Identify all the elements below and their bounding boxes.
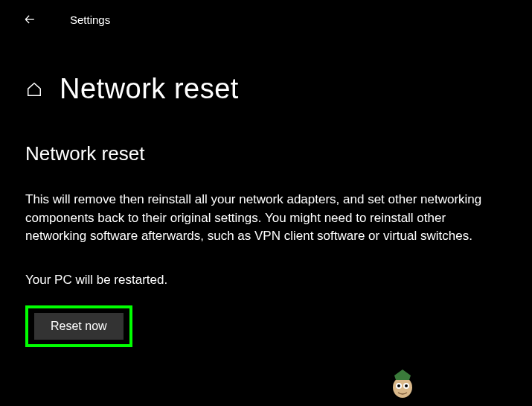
reset-now-button[interactable]: Reset now [34, 313, 124, 340]
section-heading: Network reset [25, 142, 502, 165]
restart-note: Your PC will be restarted. [25, 273, 502, 288]
settings-label: Settings [70, 13, 110, 26]
mascot-icon [388, 365, 417, 399]
back-arrow-icon [22, 12, 37, 27]
button-highlight: Reset now [25, 305, 132, 347]
description-text: This will remove then reinstall all your… [25, 191, 501, 246]
back-button[interactable] [21, 10, 39, 28]
title-row: Network reset [0, 28, 532, 105]
content-area: Network reset This will remove then rein… [0, 105, 532, 347]
svg-point-0 [393, 377, 412, 398]
top-bar: Settings [0, 0, 532, 28]
page-title: Network reset [60, 73, 239, 105]
home-icon [26, 81, 42, 98]
home-button[interactable] [25, 80, 43, 98]
svg-point-4 [405, 384, 408, 387]
mascot-avatar [388, 365, 417, 399]
svg-point-3 [397, 384, 400, 387]
